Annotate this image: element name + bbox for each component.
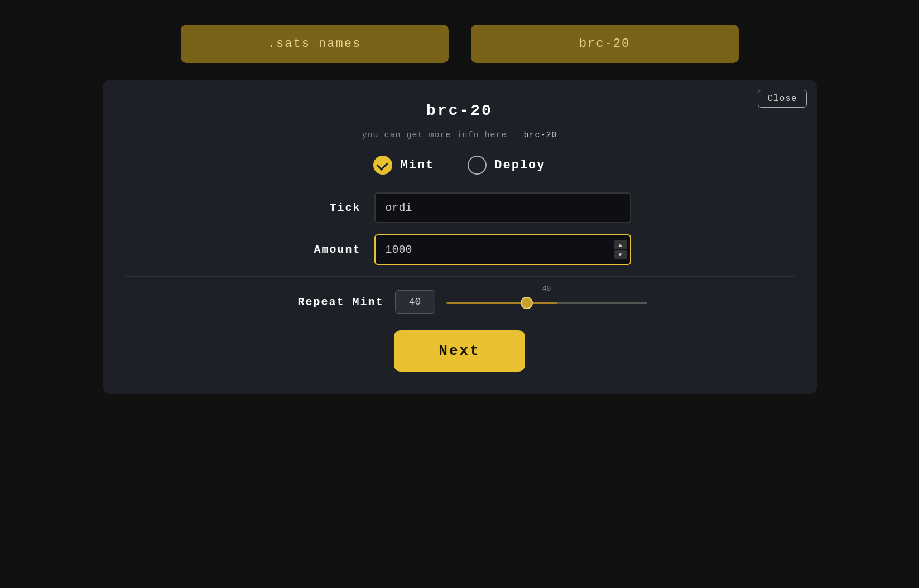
close-button[interactable]: Close bbox=[758, 90, 806, 108]
spinner-up[interactable]: ▲ bbox=[614, 240, 627, 249]
repeat-mint-value: 40 bbox=[395, 290, 435, 314]
slider-label-above: 40 bbox=[542, 285, 551, 293]
radio-deploy-circle bbox=[468, 156, 487, 175]
amount-row: Amount ▲ ▼ bbox=[125, 234, 795, 265]
modal-title: brc-20 bbox=[125, 102, 795, 119]
radio-mint[interactable]: Mint bbox=[373, 156, 434, 175]
top-tabs: .sats names brc-20 bbox=[181, 25, 739, 63]
modal-subtitle: you can get more info here brc-20 bbox=[125, 131, 795, 140]
amount-wrapper: ▲ ▼ bbox=[374, 234, 631, 265]
spinner-down[interactable]: ▼ bbox=[614, 250, 627, 259]
tick-label: Tick bbox=[288, 201, 361, 214]
radio-mint-label: Mint bbox=[400, 158, 434, 172]
repeat-mint-label: Repeat Mint bbox=[272, 296, 384, 309]
divider bbox=[125, 276, 795, 277]
radio-mint-circle bbox=[373, 156, 392, 175]
amount-input[interactable] bbox=[374, 234, 631, 265]
radio-deploy-label: Deploy bbox=[494, 158, 545, 172]
tick-row: Tick bbox=[125, 192, 795, 223]
radio-deploy[interactable]: Deploy bbox=[468, 156, 545, 175]
next-button[interactable]: Next bbox=[394, 330, 525, 372]
subtitle-text: you can get more info here bbox=[362, 131, 507, 140]
tab-sats-names[interactable]: .sats names bbox=[181, 25, 449, 63]
brc20-link[interactable]: brc-20 bbox=[524, 131, 557, 140]
radio-group: Mint Deploy bbox=[125, 156, 795, 175]
spinner-buttons: ▲ ▼ bbox=[614, 240, 627, 259]
tick-input[interactable] bbox=[374, 192, 631, 223]
repeat-mint-slider[interactable] bbox=[446, 302, 647, 304]
tab-brc-20[interactable]: brc-20 bbox=[471, 25, 739, 63]
repeat-mint-row: Repeat Mint 40 40 bbox=[125, 290, 795, 314]
amount-label: Amount bbox=[288, 243, 361, 256]
modal: Close brc-20 you can get more info here … bbox=[103, 80, 817, 394]
slider-container: 40 bbox=[446, 297, 647, 307]
